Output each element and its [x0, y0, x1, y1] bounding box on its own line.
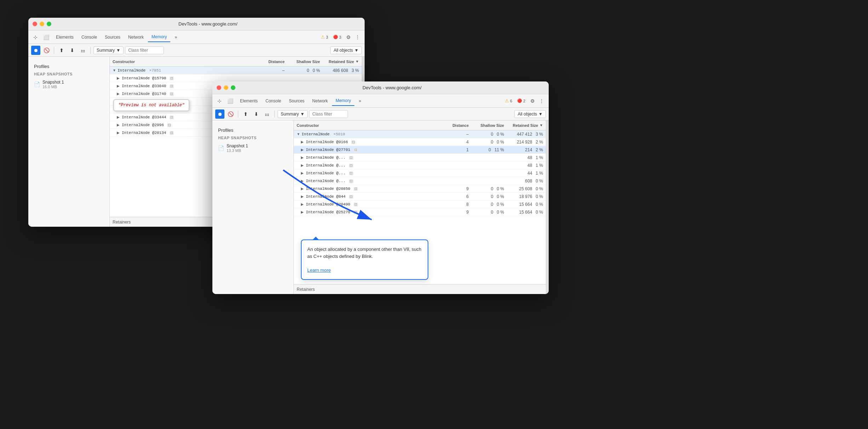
- record-btn-2[interactable]: ⏺: [215, 109, 224, 119]
- upload-btn-2[interactable]: ⬆: [241, 109, 250, 119]
- row-name: InternalNode @... □: [306, 156, 440, 160]
- fullscreen-button-2[interactable]: [231, 85, 235, 90]
- row-expander[interactable]: ▶: [301, 179, 306, 183]
- more-icon-1[interactable]: ⋮: [353, 33, 362, 41]
- row-name: InternalNode ×7851: [118, 68, 256, 73]
- close-button-2[interactable]: [217, 85, 221, 90]
- tab-memory-1[interactable]: Memory: [148, 32, 170, 42]
- clear-btn-2[interactable]: 🚫: [226, 109, 235, 119]
- table-row[interactable]: ▶ InternalNode @... □ 608 0 %: [294, 177, 546, 185]
- summary-label-2: Summary: [281, 112, 299, 117]
- row-expander[interactable]: ▶: [301, 163, 306, 167]
- row-expander[interactable]: ▶: [117, 123, 122, 127]
- tab-sources-2[interactable]: Sources: [285, 96, 308, 106]
- table-row[interactable]: ▶ InternalNode @20490 □ 8 0 0 % 15 664 0…: [294, 201, 546, 208]
- tab-memory-2[interactable]: Memory: [332, 96, 354, 106]
- tab-network-1[interactable]: Network: [125, 33, 147, 42]
- snapshot-item-2[interactable]: 📄 Snapshot 1 13.3 MB: [212, 141, 293, 155]
- settings-icon-2[interactable]: ⚙: [528, 97, 537, 105]
- table-row[interactable]: ▶ InternalNode @20850 □ 9 0 0 % 25 608 0…: [294, 185, 546, 193]
- row-expander[interactable]: ▶: [117, 84, 122, 88]
- table-row-highlighted[interactable]: ▶ InternalNode @27701 □ 1 0 11 % 214 2 %: [294, 146, 546, 154]
- retainers-label-2: Retainers: [297, 287, 315, 292]
- row-expander[interactable]: ▶: [301, 140, 306, 144]
- fullscreen-button-1[interactable]: [47, 22, 51, 26]
- row-expander[interactable]: ▶: [301, 187, 306, 191]
- table-area-2: Constructor Distance Shallow Size Retain…: [294, 120, 546, 294]
- row-expander[interactable]: ▶: [301, 171, 306, 175]
- row-shallow: 0 0 %: [469, 132, 504, 137]
- minimize-button-1[interactable]: [40, 22, 44, 26]
- table-row[interactable]: ▼ InternalNode ×5010 – 0 0 % 447 412 3 %: [294, 130, 546, 138]
- row-expander[interactable]: ▶: [117, 115, 122, 119]
- table-row[interactable]: ▶ InternalNode @... □ 48 1 %: [294, 162, 546, 169]
- tab-more-1[interactable]: »: [171, 33, 181, 42]
- record-btn-1[interactable]: ⏺: [31, 46, 40, 55]
- inspect-icon-2[interactable]: ⊹: [215, 97, 224, 105]
- table-row[interactable]: ▶ InternalNode @844 □ 6 0 0 % 18 976 0 %: [294, 193, 546, 201]
- row-expander[interactable]: ▶: [301, 194, 306, 198]
- traffic-lights-2: [217, 85, 235, 90]
- settings-icon-1[interactable]: ⚙: [344, 33, 353, 41]
- summary-dropdown-1[interactable]: Summary ▼: [93, 46, 124, 54]
- error-icon-2: 🔴: [517, 98, 522, 103]
- row-expander[interactable]: ▶: [117, 92, 122, 96]
- table-row[interactable]: ▶ InternalNode @15798 □: [110, 74, 362, 82]
- traffic-lights-1: [33, 22, 51, 26]
- table-row[interactable]: ▶ InternalNode @... □ 44 1 %: [294, 169, 546, 177]
- tab-more-2[interactable]: »: [355, 96, 365, 106]
- table-header-2: Constructor Distance Shallow Size Retain…: [294, 120, 546, 130]
- collect-btn-1[interactable]: ⚏: [78, 46, 87, 55]
- upload-btn-1[interactable]: ⬆: [57, 46, 66, 55]
- table-row[interactable]: ▶ InternalNode @... □ 48 1 %: [294, 154, 546, 162]
- more-icon-2[interactable]: ⋮: [537, 97, 546, 105]
- window-title-2: DevTools - www.google.com/: [240, 85, 544, 90]
- clear-btn-1[interactable]: 🚫: [42, 46, 51, 55]
- device-icon[interactable]: ⬜: [42, 33, 50, 41]
- snapshot-info-1: Snapshot 1 16.0 MB: [42, 80, 64, 89]
- download-btn-2[interactable]: ⬇: [252, 109, 261, 119]
- summary-dropdown-2[interactable]: Summary ▼: [278, 110, 308, 118]
- row-expander[interactable]: ▶: [301, 148, 306, 152]
- row-expander[interactable]: ▶: [301, 202, 306, 206]
- row-expander[interactable]: ▶: [117, 76, 122, 80]
- close-button-1[interactable]: [33, 22, 37, 26]
- col-retained-1: Retained Size ▼: [320, 60, 359, 64]
- snapshot-size-1: 16.0 MB: [42, 85, 64, 89]
- collect-btn-2[interactable]: ⚏: [262, 109, 272, 119]
- separator-2: [90, 47, 91, 54]
- row-count: ×5010: [333, 132, 345, 136]
- learn-more-link[interactable]: Learn more: [307, 267, 331, 273]
- row-expander[interactable]: ▼: [297, 132, 302, 136]
- tab-console-1[interactable]: Console: [78, 33, 101, 42]
- tab-network-2[interactable]: Network: [309, 96, 331, 106]
- tab-console-2[interactable]: Console: [262, 96, 285, 106]
- row-expander[interactable]: ▶: [117, 131, 122, 135]
- table-header-1: Constructor Distance Shallow Size Retain…: [110, 57, 362, 67]
- device-icon-2[interactable]: ⬜: [226, 97, 234, 105]
- tab-elements-2[interactable]: Elements: [236, 96, 261, 106]
- inspect-icon[interactable]: ⊹: [31, 33, 40, 41]
- snapshot-item-1[interactable]: 📄 Snapshot 1 16.0 MB: [28, 78, 109, 91]
- all-objects-dropdown-2[interactable]: All objects ▼: [514, 110, 546, 118]
- scrollbar-2[interactable]: [546, 120, 549, 294]
- table-row[interactable]: ▶ InternalNode @9166 □ 4 0 0 % 214 928 2…: [294, 138, 546, 146]
- tab-bar-1: ⊹ ⬜ Elements Console Sources Network Mem…: [28, 30, 365, 44]
- tab-sources-1[interactable]: Sources: [101, 33, 124, 42]
- table-row[interactable]: ▶ InternalNode @25270 □ 9 0 0 % 15 664 0…: [294, 208, 546, 216]
- row-expander[interactable]: ▶: [301, 210, 306, 214]
- minimize-button-2[interactable]: [224, 85, 228, 90]
- class-filter-input-1[interactable]: [125, 46, 164, 54]
- row-retained: 44 1 %: [504, 171, 543, 176]
- class-filter-input-2[interactable]: [309, 110, 348, 118]
- row-expander[interactable]: ▼: [113, 68, 118, 72]
- row-expander[interactable]: ▶: [301, 156, 306, 159]
- all-objects-dropdown-1[interactable]: All objects ▼: [330, 46, 362, 54]
- title-bar-2: DevTools - www.google.com/: [212, 81, 549, 94]
- tab-elements-1[interactable]: Elements: [52, 33, 77, 42]
- snapshot-icon-2: 📄: [218, 145, 224, 151]
- row-name: InternalNode @20850 □: [306, 187, 440, 191]
- row-shallow: 0 0 %: [469, 140, 504, 145]
- table-row[interactable]: ▼ InternalNode ×7851 – 0 0 % 486 608 3 %: [110, 67, 362, 74]
- download-btn-1[interactable]: ⬇: [68, 46, 77, 55]
